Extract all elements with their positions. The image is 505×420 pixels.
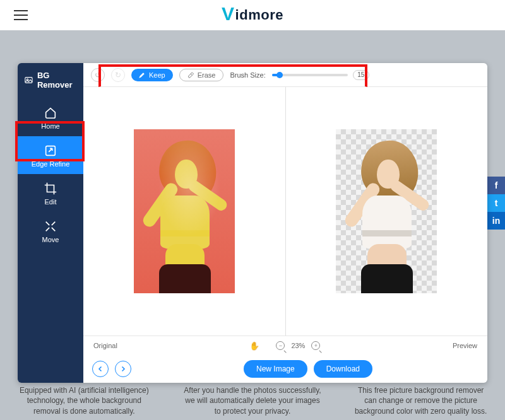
erase-tool-button[interactable]: Erase — [179, 69, 224, 81]
pan-icon[interactable]: ✋ — [249, 341, 259, 351]
footer-bar: New Image Download — [83, 355, 487, 383]
preview-image — [336, 129, 437, 293]
status-bar: Original ✋ 23% Preview — [83, 336, 487, 355]
sidebar-item-label: Edit — [45, 198, 57, 206]
chevron-right-icon — [119, 365, 127, 373]
brush-size-control: 15 — [272, 70, 369, 80]
original-image — [134, 129, 235, 293]
edge-refine-icon — [44, 144, 57, 158]
brush-size-slider[interactable] — [272, 74, 348, 76]
zoom-value: 23% — [291, 342, 305, 349]
undo-button[interactable]: ↺ — [91, 68, 105, 82]
feature-col: Equipped with AI (artificial intelligenc… — [15, 385, 153, 417]
twitter-icon[interactable]: t — [487, 194, 505, 212]
facebook-icon[interactable]: f — [487, 177, 505, 194]
sidebar-item-move[interactable]: Move — [18, 212, 83, 250]
app-icon — [24, 74, 33, 86]
site-header: Vidmore — [0, 0, 505, 30]
original-label: Original — [93, 342, 117, 349]
sidebar-item-edge-refine[interactable]: Edge Refine — [18, 136, 83, 174]
move-icon — [44, 219, 57, 233]
sidebar-item-label: Move — [42, 236, 59, 243]
preview-pane[interactable] — [286, 87, 488, 335]
new-image-button[interactable]: New Image — [244, 360, 307, 378]
main-panel: ↺ ↻ Keep Erase Brush Size: 15 — [83, 63, 487, 383]
home-icon — [44, 106, 57, 120]
redo-button[interactable]: ↻ — [111, 68, 125, 82]
eraser-icon — [187, 71, 194, 78]
zoom-in-button[interactable] — [311, 341, 320, 350]
next-button[interactable] — [115, 361, 131, 377]
sidebar: BG Remover Home Edge Refine Edit Move — [18, 63, 83, 383]
sidebar-item-home[interactable]: Home — [18, 98, 83, 136]
bg-remover-app: BG Remover Home Edge Refine Edit Move ↺ … — [18, 63, 487, 383]
keep-tool-button[interactable]: Keep — [131, 69, 173, 81]
sidebar-item-label: Edge Refine — [32, 160, 70, 168]
brand-logo[interactable]: Vidmore — [222, 4, 283, 26]
preview-label: Preview — [453, 342, 477, 349]
linkedin-icon[interactable]: in — [487, 212, 505, 230]
app-title: BG Remover — [18, 63, 83, 98]
crop-icon — [44, 182, 57, 195]
download-button[interactable]: Download — [314, 360, 372, 378]
zoom-out-button[interactable] — [276, 341, 285, 350]
chevron-left-icon — [97, 365, 104, 373]
edge-refine-toolbar: ↺ ↻ Keep Erase Brush Size: 15 — [83, 63, 487, 87]
sidebar-item-edit[interactable]: Edit — [18, 174, 83, 212]
feature-col: This free picture background remover can… — [352, 385, 490, 417]
brush-icon — [139, 71, 146, 78]
feature-col: After you handle the photos successfully… — [183, 385, 322, 417]
feature-blurbs: Equipped with AI (artificial intelligenc… — [0, 385, 505, 417]
logo-text: idmore — [235, 7, 283, 23]
original-pane[interactable] — [83, 87, 285, 335]
menu-icon[interactable] — [14, 10, 28, 20]
social-rail: f t in — [487, 177, 505, 230]
logo-mark: V — [222, 3, 235, 25]
prev-button[interactable] — [92, 361, 109, 377]
brush-size-label: Brush Size: — [230, 71, 265, 79]
canvas-area — [83, 87, 487, 336]
brush-size-value: 15 — [353, 70, 369, 80]
sidebar-item-label: Home — [41, 122, 59, 130]
